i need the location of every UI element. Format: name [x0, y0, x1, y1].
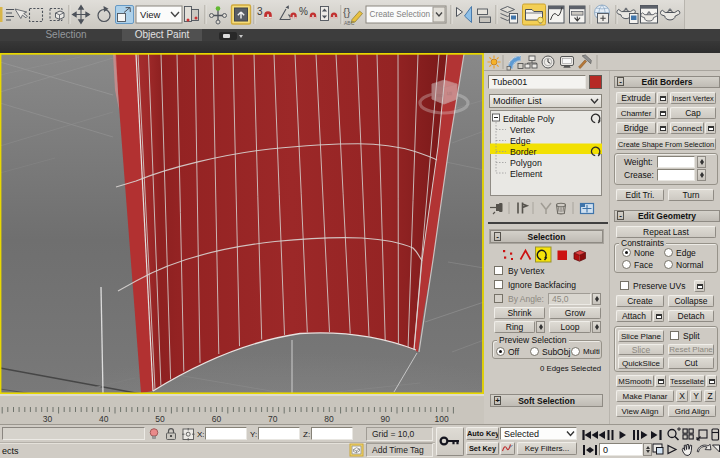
- svg-text:90: 90: [381, 414, 391, 424]
- svg-text:Element: Element: [510, 169, 543, 179]
- svg-text:Vertex: Vertex: [510, 125, 536, 135]
- svg-text:%: %: [299, 6, 308, 17]
- svg-text:Editable Poly: Editable Poly: [503, 114, 555, 124]
- svg-text:Border: Border: [510, 147, 536, 157]
- svg-text:View: View: [140, 9, 161, 20]
- svg-text:LE: LE: [447, 91, 452, 96]
- svg-text:50: 50: [155, 414, 165, 424]
- svg-text:ABC: ABC: [344, 20, 355, 26]
- svg-text:Create Selection Se: Create Selection Se: [370, 10, 443, 19]
- svg-text:100: 100: [435, 414, 449, 424]
- svg-text:{}: {}: [343, 6, 351, 18]
- svg-text:60: 60: [212, 414, 222, 424]
- svg-text:Edge: Edge: [510, 136, 531, 146]
- svg-text:70: 70: [268, 414, 278, 424]
- svg-text:Polygon: Polygon: [510, 158, 542, 168]
- svg-text:30: 30: [43, 414, 53, 424]
- svg-text:40: 40: [99, 414, 109, 424]
- svg-text:RO: RO: [437, 93, 443, 98]
- svg-text:80: 80: [324, 414, 334, 424]
- svg-text:3: 3: [257, 6, 263, 17]
